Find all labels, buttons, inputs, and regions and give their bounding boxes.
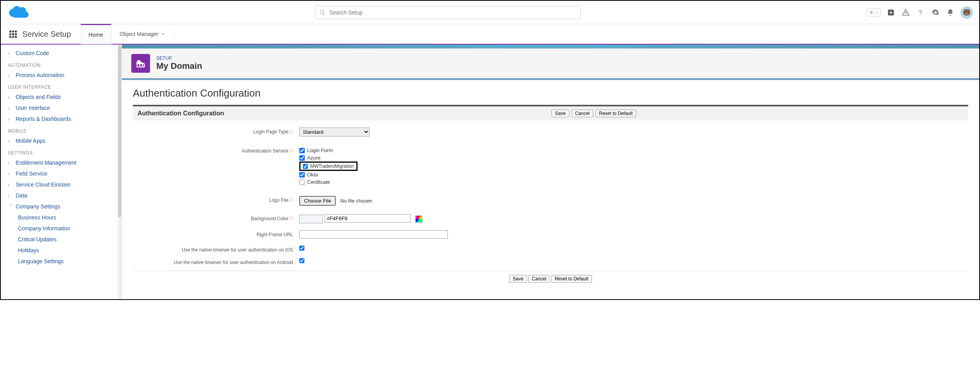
help-icon[interactable]: ⓘ bbox=[289, 129, 293, 134]
right-frame-url-input[interactable] bbox=[299, 230, 448, 239]
sidebar-sub-critical-updates[interactable]: Critical Updates bbox=[1, 234, 122, 245]
auth-config-form: Login Page Typeⓘ Standard Authentication… bbox=[133, 120, 968, 292]
global-search[interactable] bbox=[315, 6, 581, 19]
sidebar-item-data[interactable]: ›Data bbox=[1, 190, 122, 201]
sidebar-item-label: Mobile Apps bbox=[16, 138, 45, 144]
chevron-down-icon bbox=[161, 32, 165, 36]
cancel-button[interactable]: Cancel bbox=[572, 110, 593, 117]
sidebar-sub-business-hours[interactable]: Business Hours bbox=[1, 212, 122, 223]
section-heading: Authentication Configuration bbox=[133, 87, 968, 99]
sidebar-item-custom-code[interactable]: ›Custom Code bbox=[1, 48, 122, 59]
main-content: SETUP My Domain Authentication Configura… bbox=[122, 45, 979, 299]
sidebar-head-mobile: MOBILE bbox=[1, 124, 122, 135]
tab-object-manager-label: Object Manager bbox=[120, 31, 159, 37]
sidebar-item-objects-fields[interactable]: ›Objects and Fields bbox=[1, 92, 122, 102]
label-right-frame: Right Frame URL bbox=[257, 232, 293, 237]
help-icon[interactable]: ⓘ bbox=[289, 149, 293, 153]
sidebar-item-label: Reports & Dashboards bbox=[16, 116, 71, 122]
sidebar-item-label: Objects and Fields bbox=[16, 94, 61, 100]
checkbox-login-form[interactable] bbox=[299, 148, 305, 153]
sidebar-item-label: Data bbox=[16, 192, 27, 199]
label-native-android: Use the native browser for user authenti… bbox=[173, 260, 293, 265]
login-page-type-select[interactable]: Standard bbox=[299, 127, 370, 136]
header-icon-group: ? 🐻 bbox=[867, 6, 973, 19]
favorites-menu[interactable] bbox=[867, 9, 881, 16]
label-login-page-type: Login Page Type bbox=[253, 129, 288, 135]
sidebar-item-entitlement-management[interactable]: ›Entitlement Management bbox=[1, 157, 122, 168]
color-picker-icon[interactable] bbox=[415, 215, 422, 223]
label-logo-file: Logo File bbox=[269, 197, 288, 203]
search-input[interactable] bbox=[329, 9, 576, 16]
section-bar-title: Authentication Configuration bbox=[138, 110, 224, 117]
my-domain-icon bbox=[131, 54, 150, 73]
sidebar-sub-language-settings[interactable]: Language Settings bbox=[1, 256, 122, 267]
cancel-button-bottom[interactable]: Cancel bbox=[528, 275, 550, 283]
app-name: Service Setup bbox=[22, 30, 71, 39]
sidebar-item-label: Process Automation bbox=[16, 72, 64, 78]
auth-service-label: MWTradersMigration bbox=[310, 163, 354, 169]
auth-service-azure[interactable]: Azure bbox=[299, 154, 968, 162]
checkbox-azure[interactable] bbox=[299, 155, 305, 161]
section-toolbar: Authentication Configuration Save Cancel… bbox=[133, 105, 968, 120]
user-avatar[interactable]: 🐻 bbox=[960, 6, 973, 19]
checkbox-native-android[interactable] bbox=[299, 258, 304, 263]
sidebar-sub-company-information[interactable]: Company Information bbox=[1, 223, 122, 234]
file-chosen-status: No file chosen bbox=[340, 198, 372, 204]
bg-color-input[interactable] bbox=[325, 214, 411, 223]
notifications-icon[interactable] bbox=[946, 8, 955, 17]
sidebar-item-field-service[interactable]: ›Field Service bbox=[1, 168, 122, 179]
help-icon[interactable]: ⓘ bbox=[289, 198, 293, 202]
auth-service-mwtraders-highlight: MWTradersMigration bbox=[299, 162, 358, 171]
auth-service-okta[interactable]: Okta bbox=[299, 171, 968, 178]
checkbox-certificate[interactable] bbox=[299, 180, 305, 185]
breadcrumb: SETUP bbox=[156, 56, 202, 61]
app-launcher-icon[interactable] bbox=[9, 31, 17, 38]
setup-gear-icon[interactable] bbox=[931, 8, 940, 17]
add-icon[interactable] bbox=[886, 8, 896, 17]
auth-service-label: Certificate bbox=[307, 179, 330, 185]
sidebar-item-label: Entitlement Management bbox=[16, 160, 77, 166]
sidebar-item-mobile-apps[interactable]: ›Mobile Apps bbox=[1, 135, 122, 146]
sidebar-item-process-automation[interactable]: ›Process Automation bbox=[1, 70, 122, 81]
tab-object-manager[interactable]: Object Manager bbox=[111, 24, 174, 44]
bottom-toolbar: Save Cancel Reset to Default bbox=[133, 271, 968, 287]
sidebar-item-company-settings[interactable]: ›Company Settings bbox=[1, 201, 122, 212]
sidebar-item-user-interface[interactable]: ›User Interface bbox=[1, 102, 122, 113]
sidebar-item-label: Service Cloud Einstein bbox=[16, 181, 71, 188]
checkbox-native-ios[interactable] bbox=[299, 246, 304, 251]
checkbox-okta[interactable] bbox=[299, 172, 305, 178]
sidebar-item-service-cloud-einstein[interactable]: ›Service Cloud Einstein bbox=[1, 179, 122, 190]
help-icon[interactable]: ? bbox=[916, 8, 925, 17]
auth-service-label: Okta bbox=[307, 172, 318, 178]
trailhead-icon[interactable] bbox=[901, 8, 910, 17]
setup-sidebar: ›Custom Code AUTOMATION ›Process Automat… bbox=[1, 45, 122, 299]
sidebar-sub-holidays[interactable]: Holidays bbox=[1, 245, 122, 256]
auth-service-login-form[interactable]: Login Form bbox=[299, 147, 968, 154]
app-nav-bar: Service Setup Home Object Manager bbox=[1, 24, 979, 45]
svg-text:?: ? bbox=[919, 9, 922, 16]
auth-service-certificate[interactable]: Certificate bbox=[299, 178, 968, 186]
auth-service-label: Login Form bbox=[307, 147, 333, 153]
sidebar-scrollbar[interactable] bbox=[118, 45, 122, 299]
page-title: My Domain bbox=[156, 61, 202, 71]
checkbox-mwtraders[interactable] bbox=[303, 164, 308, 169]
save-button[interactable]: Save bbox=[551, 110, 569, 117]
sidebar-item-reports-dashboards[interactable]: ›Reports & Dashboards bbox=[1, 113, 122, 124]
sidebar-item-label: Field Service bbox=[16, 171, 47, 177]
label-auth-service: Authentication Service bbox=[242, 148, 288, 154]
choose-file-button[interactable]: Choose File bbox=[299, 196, 336, 206]
reset-default-button[interactable]: Reset to Default bbox=[596, 110, 636, 117]
bg-color-swatch[interactable] bbox=[299, 215, 323, 223]
reset-default-button-bottom[interactable]: Reset to Default bbox=[551, 275, 592, 283]
label-bg-color: Background Color bbox=[251, 216, 288, 221]
label-native-ios: Use the native browser for user authenti… bbox=[182, 247, 293, 253]
save-button-bottom[interactable]: Save bbox=[509, 275, 527, 283]
sidebar-item-label: Company Settings bbox=[16, 203, 60, 210]
sidebar-head-settings: SETTINGS bbox=[1, 146, 122, 157]
page-header: SETUP My Domain bbox=[122, 48, 979, 80]
tab-home[interactable]: Home bbox=[80, 24, 111, 44]
help-icon[interactable]: ⓘ bbox=[289, 216, 293, 221]
sidebar-item-label: User Interface bbox=[16, 105, 50, 111]
sidebar-item-label: Custom Code bbox=[16, 50, 49, 56]
salesforce-logo[interactable] bbox=[7, 5, 29, 20]
